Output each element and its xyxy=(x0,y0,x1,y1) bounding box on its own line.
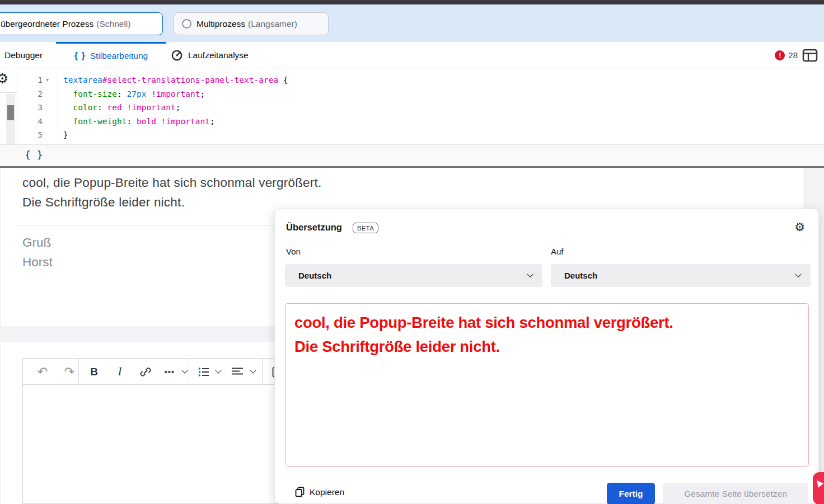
chevron-down-icon xyxy=(527,271,533,277)
line-number: 5 xyxy=(22,128,43,142)
more-options-icon: ••• xyxy=(165,367,175,376)
from-language-label: Von xyxy=(286,247,301,256)
scrollbar-thumb[interactable] xyxy=(7,105,14,120)
bullet-list-icon xyxy=(198,367,209,377)
undo-icon: ↶ xyxy=(38,365,48,379)
copy-button[interactable]: Kopieren xyxy=(295,487,344,497)
bold-icon: B xyxy=(90,366,98,378)
translated-text-line: Die Schriftgröße leider nicht. xyxy=(294,335,799,359)
line-number: 3 xyxy=(22,101,43,115)
braces-icon: { } xyxy=(74,51,86,61)
gauge-icon xyxy=(171,49,183,62)
code-fold-arrow-icon[interactable]: ▾ xyxy=(46,73,49,87)
css-code-editor[interactable]: textarea#select-translations-panel-text-… xyxy=(63,73,288,142)
to-language-label: Auf xyxy=(551,247,564,256)
radio-parent-process-label: übergeordneter Prozess xyxy=(1,19,93,29)
error-count-button[interactable]: ! 28 xyxy=(775,50,798,60)
divider xyxy=(58,68,58,144)
copy-button-label: Kopieren xyxy=(310,487,344,497)
devtools-toolbar-right: ! 28 xyxy=(775,42,818,68)
message-text-line: cool, die Popup-Breite hat sich schonmal… xyxy=(22,176,321,190)
code-line[interactable]: textarea#select-translations-panel-text-… xyxy=(63,73,288,87)
tab-performance-label: Laufzeitanalyse xyxy=(188,50,249,60)
code-line-numbers: 1 2 3 4 5 xyxy=(22,73,43,142)
chevron-down-icon xyxy=(250,367,256,373)
message-text-line: Die Schriftgröße leider nicht. xyxy=(22,195,185,210)
redo-icon: ↷ xyxy=(64,365,74,379)
code-line[interactable]: } xyxy=(63,128,288,142)
list-style-dropdown[interactable] xyxy=(212,359,224,385)
line-number: 1 xyxy=(22,73,43,87)
window-title-bar xyxy=(0,0,824,4)
tab-debugger-label: Debugger xyxy=(4,50,43,60)
signature-line: Horst xyxy=(22,255,53,270)
translate-full-page-button[interactable]: Gesamte Seite übersetzen xyxy=(663,483,808,504)
beta-badge: BETA xyxy=(353,223,378,233)
translation-settings-gear-icon[interactable]: ⚙ xyxy=(794,220,805,234)
divider xyxy=(17,68,17,144)
chevron-down-icon xyxy=(795,271,801,277)
signature-line: Gruß xyxy=(22,235,51,250)
translated-text-line: cool, die Popup-Breite hat sich schonmal… xyxy=(294,310,799,335)
align-icon xyxy=(232,367,243,377)
radio-multiprocess-hint: (Langsamer) xyxy=(248,19,297,29)
radio-multiprocess[interactable]: Multiprozess (Langsamer) xyxy=(174,12,329,35)
radio-circle-icon[interactable] xyxy=(182,19,191,29)
code-line[interactable]: font-size: 27px !important; xyxy=(63,87,288,101)
divider xyxy=(78,359,79,385)
more-formatting-button[interactable]: ••• xyxy=(160,359,180,385)
divider xyxy=(189,359,189,385)
translation-popup: Übersetzung BETA ⚙ Von Auf Deutsch Deuts… xyxy=(274,209,819,504)
style-editor-panel: ⚙ 1 2 3 4 5 ▾ textarea#select-translatio… xyxy=(0,68,824,144)
style-editor-options-gear-icon[interactable]: ⚙ xyxy=(0,72,8,86)
error-count-value: 28 xyxy=(788,50,798,60)
translation-text-area[interactable]: cool, die Popup-Breite hat sich schonmal… xyxy=(285,303,809,467)
style-editor-footer: { } xyxy=(0,144,824,166)
radio-multiprocess-label: Multiprozess xyxy=(196,19,245,29)
devtools-tab-bar: Debugger { } Stilbearbeitung Laufzeitana… xyxy=(0,42,824,68)
stylesheet-list-scrollbar[interactable] xyxy=(6,94,15,144)
bullet-list-button[interactable] xyxy=(194,359,213,385)
tab-debugger[interactable]: Debugger xyxy=(4,42,43,68)
line-number: 2 xyxy=(22,87,43,101)
chevron-down-icon xyxy=(215,367,221,373)
insert-link-button[interactable] xyxy=(135,359,156,385)
chevron-down-icon xyxy=(181,367,188,373)
redo-button[interactable]: ↷ xyxy=(58,359,81,385)
divider xyxy=(262,359,263,385)
tab-style-editor[interactable]: { } Stilbearbeitung xyxy=(56,42,166,68)
bold-button[interactable]: B xyxy=(83,359,105,385)
italic-button[interactable]: I xyxy=(109,359,130,385)
from-language-value: Deutsch xyxy=(298,271,331,280)
to-language-select[interactable]: Deutsch xyxy=(551,264,811,287)
to-language-value: Deutsch xyxy=(564,271,597,280)
split-console-icon[interactable] xyxy=(802,48,818,63)
radio-parent-process[interactable]: übergeordneter Prozess (Schnell) xyxy=(0,12,163,35)
align-dropdown[interactable] xyxy=(247,359,259,385)
undo-button[interactable]: ↶ xyxy=(31,359,54,385)
done-button[interactable]: Fertig xyxy=(607,483,655,504)
line-number: 4 xyxy=(22,115,43,129)
tab-performance[interactable]: Laufzeitanalyse xyxy=(171,42,249,68)
from-language-select[interactable]: Deutsch xyxy=(285,264,542,287)
tab-style-editor-label: Stilbearbeitung xyxy=(90,51,148,61)
align-button[interactable] xyxy=(228,359,247,385)
process-chooser-bar: übergeordneter Prozess (Schnell) Multipr… xyxy=(0,4,824,42)
code-line[interactable]: color: red !important; xyxy=(63,101,288,115)
popup-title: Übersetzung xyxy=(286,222,342,233)
copy-icon xyxy=(295,487,305,497)
italic-icon: I xyxy=(118,365,122,378)
at-rules-braces-label: { } xyxy=(25,149,43,161)
code-line[interactable]: font-weight: bold !important; xyxy=(63,115,288,129)
link-icon xyxy=(140,366,151,378)
error-icon: ! xyxy=(775,50,785,60)
divider xyxy=(0,92,17,93)
radio-parent-process-hint: (Schnell) xyxy=(96,19,130,29)
